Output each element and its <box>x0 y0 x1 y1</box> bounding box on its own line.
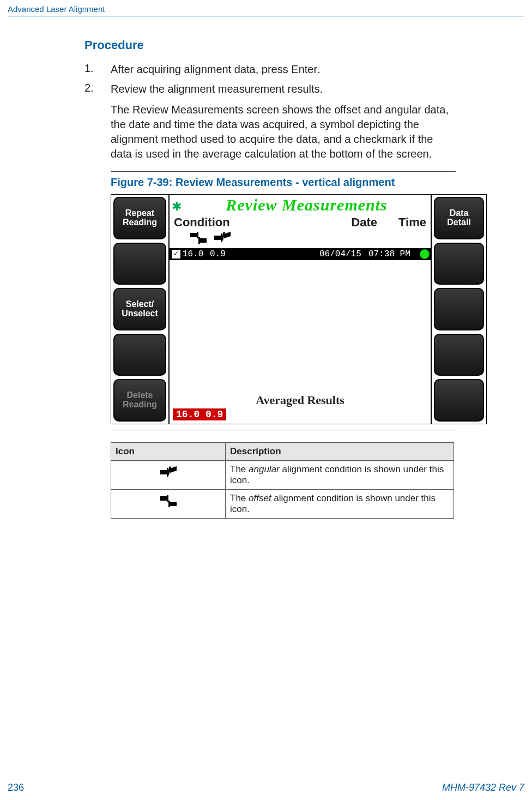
icon-description-table: Icon Description The angular alignment c… <box>111 442 454 519</box>
device-screenshot: Repeat Reading Select/ Unselect Delete R… <box>111 194 487 424</box>
svg-rect-2 <box>197 232 198 238</box>
device-main-panel: ✱ Review Measurements Condition Date Tim… <box>168 195 432 424</box>
device-title: Review Measurements <box>185 196 428 214</box>
btn-blank[interactable] <box>434 379 484 422</box>
averaged-results-row: 16.0 0.9 <box>170 408 431 424</box>
txt: The <box>230 464 249 474</box>
step-2: 2. Review the alignment measurement resu… <box>84 82 456 96</box>
row-time: 07:38 PM <box>368 249 420 259</box>
btn-blank[interactable] <box>113 243 166 285</box>
column-headers: Condition Date Time <box>170 214 431 230</box>
figure-top-rule <box>111 171 456 172</box>
left-softkeys: Repeat Reading Select/ Unselect Delete R… <box>111 195 168 424</box>
btn-label: Data Detail <box>435 209 483 227</box>
step-text-a: After acquiring alignment data, press <box>111 63 291 75</box>
page-header-section: Advanced Laser Alignment <box>0 0 532 14</box>
th-icon: Icon <box>111 443 226 461</box>
angular-icon <box>213 230 232 246</box>
svg-rect-13 <box>170 502 177 506</box>
col-time: Time <box>377 215 426 230</box>
btn-label: Delete Reading <box>114 391 165 410</box>
step-text: After acquiring alignment data, press En… <box>111 62 321 76</box>
btn-select-unselect[interactable]: Select/ Unselect <box>113 288 166 330</box>
status-icon: ✱ <box>172 200 182 214</box>
svg-marker-9 <box>170 466 177 473</box>
btn-delete-reading[interactable]: Delete Reading <box>113 379 166 422</box>
condition-icons <box>170 230 431 248</box>
btn-data-detail[interactable]: Data Detail <box>434 197 484 239</box>
svg-rect-8 <box>160 470 167 474</box>
page-number: 236 <box>8 782 24 793</box>
angular-icon-cell <box>111 461 226 490</box>
angular-value: 0.9 <box>210 249 243 259</box>
txt: The <box>230 493 249 503</box>
txt-italic: offset <box>249 493 271 503</box>
btn-blank[interactable] <box>434 334 484 376</box>
svg-rect-4 <box>214 236 221 240</box>
row-date: 06/04/15 <box>319 249 368 259</box>
step-text-c: . <box>317 63 321 75</box>
col-date: Date <box>290 215 377 230</box>
step-text-key: Enter <box>291 63 317 75</box>
doc-id: MHM-97432 Rev 7 <box>442 782 524 793</box>
txt-italic: angular <box>249 464 280 474</box>
svg-rect-15 <box>168 501 170 507</box>
th-description: Description <box>226 443 454 461</box>
step-1: 1. After acquiring alignment data, press… <box>84 62 456 76</box>
angular-desc: The angular alignment condition is shown… <box>226 461 454 490</box>
svg-rect-14 <box>167 495 168 502</box>
table-row: The offset alignment condition is shown … <box>111 490 454 519</box>
btn-label: Repeat Reading <box>114 209 165 227</box>
btn-repeat-reading[interactable]: Repeat Reading <box>113 197 166 239</box>
angular-icon <box>159 464 178 480</box>
btn-label: Select/ Unselect <box>114 300 165 318</box>
checkmark-icon: ✓ <box>172 250 180 258</box>
offset-icon <box>189 230 208 246</box>
svg-rect-12 <box>160 496 167 501</box>
method-indicator-icon <box>420 249 430 259</box>
svg-rect-1 <box>200 238 207 243</box>
btn-blank[interactable] <box>113 334 166 376</box>
figure-caption: Figure 7-39: Review Measurements - verti… <box>111 176 456 189</box>
procedure-steps: 1. After acquiring alignment data, press… <box>84 62 456 96</box>
svg-rect-0 <box>190 233 197 237</box>
table-header-row: Icon Description <box>111 443 454 461</box>
btn-blank[interactable] <box>434 288 484 330</box>
offset-value: 16.0 <box>183 249 210 259</box>
step-2-body: The Review Measurements screen shows the… <box>111 103 456 161</box>
svg-rect-3 <box>198 237 200 244</box>
table-row: The angular alignment condition is shown… <box>111 461 454 490</box>
step-number: 2. <box>84 82 111 96</box>
page-footer: 236 MHM-97432 Rev 7 <box>8 782 524 793</box>
figure-bottom-rule <box>111 430 456 430</box>
averaged-results-heading: Averaged Results <box>170 392 431 408</box>
col-condition: Condition <box>174 215 290 230</box>
offset-desc: The offset alignment condition is shown … <box>226 490 454 519</box>
btn-blank[interactable] <box>434 243 484 285</box>
averaged-values: 16.0 0.9 <box>173 408 226 420</box>
right-softkeys: Data Detail <box>432 195 486 424</box>
measurement-row[interactable]: ✓ 16.0 0.9 06/04/15 07:38 PM <box>170 248 431 260</box>
procedure-heading: Procedure <box>84 38 456 52</box>
offset-icon-cell <box>111 490 226 519</box>
step-text: Review the alignment measurement results… <box>111 82 323 96</box>
step-number: 1. <box>84 62 111 76</box>
offset-icon <box>159 493 178 509</box>
svg-marker-5 <box>224 232 231 238</box>
